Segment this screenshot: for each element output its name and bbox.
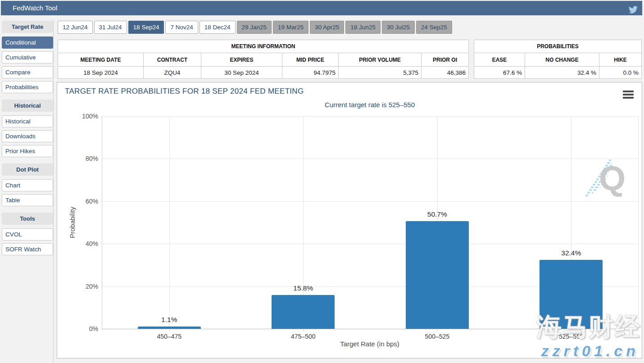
gridline-x [169, 116, 170, 329]
bar-value-label-500-525: 50.7% [406, 210, 469, 218]
prior-oi-value: 46,386 [422, 67, 469, 79]
bar-value-label-475-500: 15.8% [272, 284, 335, 292]
prior-volume-header: PRIOR VOLUME [339, 53, 422, 67]
no-change-header: NO CHANGE [525, 53, 599, 67]
sidebar-item-conditional[interactable]: Conditional [2, 36, 53, 49]
bar-500-525[interactable] [406, 221, 469, 329]
tab-30-jul25[interactable]: 30 Jul25 [382, 21, 415, 34]
y-tick-label: 20% [71, 283, 98, 290]
x-tick-mark [303, 329, 304, 331]
sidebar-section-tools: Tools [2, 213, 53, 225]
y-tick-label: 60% [71, 198, 98, 205]
probabilities-title: PROBABILITIES [474, 40, 642, 53]
x-tick-mark [169, 329, 170, 331]
app-header: FedWatch Tool [1, 1, 642, 15]
contract-value: ZQU4 [144, 67, 201, 79]
ease-header: EASE [474, 53, 525, 67]
sidebar-divider [53, 20, 54, 363]
sidebar-item-table[interactable]: Table [2, 194, 53, 206]
sidebar-item-probabilities[interactable]: Probabilities [2, 81, 53, 93]
sidebar-section-dot-plot: Dot Plot [2, 163, 53, 176]
probabilities-table: PROBABILITIESEASENO CHANGEHIKE67.6 %32.4… [474, 40, 642, 79]
meeting-date-tabs: 12 Jun2431 Jul2418 Sep247 Nov2418 Dec242… [58, 21, 452, 34]
bar-value-label-525-550: 32.4% [540, 249, 603, 257]
expires-value: 30 Sep 2024 [201, 67, 282, 79]
meeting-information-title: MEETING INFORMATION [58, 40, 469, 53]
sidebar-item-cvol[interactable]: CVOL [2, 228, 53, 240]
quikstrike-q-logo: Q [583, 158, 626, 200]
tab-31-jul24[interactable]: 31 Jul24 [94, 21, 127, 34]
contract-header: CONTRACT [144, 53, 201, 67]
gridline-y [102, 201, 638, 202]
sidebar-item-compare[interactable]: Compare [2, 66, 53, 78]
sidebar-item-cumulative[interactable]: Cumulative [2, 51, 53, 64]
ease-value: 67.6 % [474, 67, 525, 79]
table-row: 67.6 %32.4 %0.0 % [474, 67, 642, 79]
y-tick-label: 80% [71, 155, 98, 162]
x-tick-mark [437, 329, 438, 331]
sidebar-item-sofr-watch[interactable]: SOFR Watch [2, 243, 53, 255]
twitter-icon[interactable] [629, 4, 638, 12]
expires-header: EXPIRES [201, 53, 282, 67]
x-category-label-450-475: 450–475 [133, 333, 205, 340]
tab-12-jun24[interactable]: 12 Jun24 [58, 21, 93, 34]
bar-value-label-450-475: 1.1% [138, 316, 201, 324]
tab-18-jun25[interactable]: 18 Jun25 [345, 21, 381, 34]
gridline-y [102, 159, 638, 159]
gridline-y [102, 244, 638, 244]
tab-18-dec24[interactable]: 18 Dec24 [200, 21, 236, 34]
y-tick-label: 40% [71, 240, 98, 247]
mid-price-value: 94.7975 [282, 67, 339, 79]
sidebar-item-downloads[interactable]: Downloads [2, 130, 53, 142]
meeting-information-table: MEETING INFORMATIONMEETING DATECONTRACTE… [58, 40, 469, 79]
y-tick-label: 100% [71, 113, 98, 120]
chart-menu-icon[interactable] [623, 91, 634, 100]
tab-30-apr25[interactable]: 30 Apr25 [310, 21, 344, 34]
hike-header: HIKE [599, 53, 642, 67]
y-tick-label: 0% [71, 325, 98, 332]
hike-value: 0.0 % [599, 67, 642, 79]
chart-subtitle: Current target rate is 525–550 [102, 101, 638, 109]
table-row: 18 Sep 2024ZQU430 Sep 202494.79755,37546… [58, 67, 469, 79]
sidebar: Target RateConditionalCumulativeCompareP… [2, 21, 53, 258]
sidebar-section-target-rate: Target Rate [2, 21, 53, 33]
bar-chart-plot-area: Q 0%20%40%60%80%100%1.1%450–47515.8%475–… [102, 116, 638, 329]
prior-volume-value: 5,375 [339, 67, 422, 79]
sidebar-item-chart[interactable]: Chart [2, 179, 53, 191]
fedwatch-page: FedWatch Tool Target RateConditionalCumu… [0, 0, 644, 363]
mid-price-header: MID PRICE [282, 53, 339, 67]
sidebar-item-prior-hikes[interactable]: Prior Hikes [2, 145, 53, 157]
x-category-label-475-500: 475–500 [267, 333, 339, 340]
no-change-value: 32.4 % [525, 67, 599, 79]
tab-29-jan25[interactable]: 29 Jan25 [237, 21, 272, 34]
watermark-site-url: zzrt01.cn [541, 342, 639, 358]
tab-24-sep25[interactable]: 24 Sep25 [416, 21, 452, 34]
bar-450-475[interactable] [138, 327, 201, 329]
meeting-date-value: 18 Sep 2024 [58, 67, 144, 79]
prior-oi-header: PRIOR OI [422, 53, 469, 67]
chart-panel: TARGET RATE PROBABILITIES FOR 18 SEP 202… [57, 82, 642, 358]
sidebar-section-historical: Historical [2, 100, 53, 112]
bar-475-500[interactable] [272, 295, 335, 329]
app-title: FedWatch Tool [13, 4, 57, 12]
svg-text:Q: Q [599, 159, 626, 197]
gridline-y [102, 116, 638, 117]
tab-18-sep24[interactable]: 18 Sep24 [128, 21, 164, 34]
x-category-label-500-525: 500–525 [401, 333, 473, 340]
chart-title: TARGET RATE PROBABILITIES FOR 18 SEP 202… [65, 87, 304, 96]
sidebar-item-historical[interactable]: Historical [2, 115, 53, 127]
tab-7-nov24[interactable]: 7 Nov24 [165, 21, 198, 34]
meeting-date-header: MEETING DATE [58, 53, 144, 67]
gridline-right-edge [638, 116, 639, 329]
watermark-site-name: 海马财经 [536, 310, 641, 345]
tab-19-mar25[interactable]: 19 Mar25 [273, 21, 308, 34]
